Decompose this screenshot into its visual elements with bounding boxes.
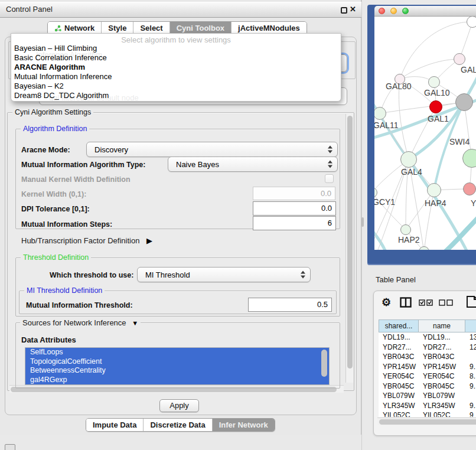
tab-network-label: Network: [64, 24, 94, 32]
dropdown-item-aracne[interactable]: ARACNE Algorithm: [11, 63, 341, 72]
node-label-gal80: GAL80: [386, 81, 412, 91]
table-horizontal-scrollbar[interactable]: [377, 418, 476, 425]
table-row[interactable]: YLR345WYLR345W9.: [379, 401, 476, 411]
close-traffic-light[interactable]: [379, 8, 385, 14]
cell: YPR145W: [379, 362, 419, 372]
data-attributes-list: SelfLoops TopologicalCoefficient Between…: [25, 347, 330, 385]
tab-impute-data[interactable]: Impute Data: [86, 419, 143, 431]
network-node-hap4[interactable]: [427, 183, 441, 197]
tab-discretize-data[interactable]: Discretize Data: [143, 419, 211, 431]
network-node-gal4[interactable]: [400, 151, 417, 168]
mi-threshold-field[interactable]: 0.5: [248, 298, 332, 312]
dropdown-item-basic-correlation[interactable]: Basic Correlation Inference: [11, 53, 341, 63]
cell: YBR043C: [379, 352, 419, 362]
aracne-mode-combo[interactable]: Discovery: [86, 142, 338, 157]
column-header-shared-name[interactable]: shared...: [379, 319, 419, 332]
dropdown-item-dream8[interactable]: Dream8 DC_TDC Algorithm: [11, 91, 341, 100]
table-row[interactable]: YBR045CYBR045C9.: [379, 381, 476, 392]
list-item-gal4rgexp[interactable]: gal4RGexp: [25, 376, 329, 385]
cell: YBR045C: [419, 381, 465, 392]
split-columns-icon[interactable]: [400, 297, 412, 308]
network-canvas[interactable]: GAL GAL80 GAL10 GAL1 GAL11 SWI4 GAL4 GCY…: [374, 17, 476, 250]
table-header: shared... name: [379, 319, 476, 332]
table-body: YDL19...YDL19...13 YDR27...YDR27...12 YB…: [379, 332, 476, 417]
cell: 9: [465, 410, 476, 417]
table-row[interactable]: YBL079WYBL079W: [379, 391, 476, 401]
settings-vscroll-thumb[interactable]: [347, 116, 353, 369]
tab-infer-network[interactable]: Infer Network: [212, 419, 275, 431]
mi-type-combo[interactable]: Naive Bayes: [168, 156, 338, 172]
minimize-traffic-light[interactable]: [390, 8, 397, 14]
network-node-salmon[interactable]: [463, 182, 476, 195]
gear-icon[interactable]: ⚙: [382, 296, 391, 309]
hub-expander[interactable]: Hub/Transcription Factor Definition ▶: [21, 236, 152, 245]
node-label-gal11: GAL11: [374, 120, 399, 130]
mi-steps-field[interactable]: 6: [253, 216, 336, 230]
tab-select-label: Select: [140, 24, 162, 32]
manual-kernel-label: Manual Kernel Width Definition: [21, 175, 131, 184]
detached-panel-icon[interactable]: [5, 444, 15, 450]
algorithm-definition-label: Algorithm Definition: [21, 125, 89, 133]
apply-button[interactable]: Apply: [159, 399, 199, 412]
cell: YER054C: [419, 371, 465, 381]
node-label-y: Y: [471, 198, 476, 208]
tab-jactivemnodules[interactable]: jActiveMNodules: [231, 22, 307, 34]
new-table-icon[interactable]: [466, 295, 476, 308]
cell: 9.: [465, 381, 476, 392]
screen: Control Panel ✕ Network Style Select Cyn…: [0, 0, 476, 450]
cell: 9.: [465, 362, 476, 372]
network-node[interactable]: [467, 17, 476, 28]
dropdown-item-mutual-information[interactable]: Mutual Information Inference: [11, 72, 341, 81]
table-hscroll-thumb[interactable]: [379, 419, 476, 425]
tab-style-label: Style: [108, 24, 126, 32]
aracne-mode-label: Aracne Mode:: [21, 146, 70, 154]
hub-expander-label: Hub/Transcription Factor Definition: [21, 236, 139, 245]
cell: YBR045C: [379, 381, 419, 392]
zoom-traffic-light[interactable]: [402, 8, 409, 14]
table-row[interactable]: YDR27...YDR27...12: [379, 343, 476, 353]
tab-network[interactable]: Network: [48, 22, 101, 34]
dropdown-item-bayesian-hill-climbing[interactable]: Bayesian – Hill Climbing: [11, 44, 341, 53]
network-window-titlebar: [374, 6, 476, 17]
node-label-gal: GAL: [461, 65, 476, 74]
network-node-gal10[interactable]: [428, 76, 440, 88]
table-row[interactable]: YDL19...YDL19...13: [379, 332, 476, 343]
cell: [465, 391, 476, 401]
cell: YER054C: [379, 371, 419, 381]
tab-cyni-toolbox[interactable]: Cyni Toolbox: [169, 22, 231, 34]
which-threshold-combo[interactable]: MI Threshold: [137, 267, 311, 282]
tab-style[interactable]: Style: [101, 22, 133, 34]
aracne-mode-value: Discovery: [94, 145, 128, 154]
list-item-topologicalcoefficient[interactable]: TopologicalCoefficient: [25, 357, 329, 367]
list-item-selfloops[interactable]: SelfLoops: [25, 348, 329, 357]
cell: YIL052C: [379, 410, 419, 417]
network-edges: [374, 17, 476, 250]
table-row[interactable]: YPR145WYPR145W9.: [379, 362, 476, 372]
column-header-cut[interactable]: [465, 319, 476, 332]
combo-arrows-icon: [328, 146, 332, 154]
panel-divider-handle[interactable]: [361, 217, 364, 227]
settings-vertical-scrollbar[interactable]: [345, 114, 353, 383]
chevron-down-icon: ▼: [132, 319, 138, 327]
combo-arrows-icon: [301, 271, 305, 279]
network-node-hap2[interactable]: [400, 224, 411, 235]
table-row[interactable]: YBR043CYBR043C: [379, 352, 476, 362]
network-node-gray[interactable]: [455, 93, 473, 111]
list-item-betweennesscentrality[interactable]: BetweennessCentrality: [25, 366, 329, 376]
table-row[interactable]: YER054CYER054C8.: [379, 371, 476, 381]
list-vscroll-thumb[interactable]: [321, 350, 327, 377]
close-icon[interactable]: ✕: [350, 5, 356, 14]
control-panel-window: Control Panel ✕ Network Style Select Cyn…: [0, 0, 361, 435]
network-node-gal1-selected[interactable]: [429, 100, 442, 113]
dropdown-item-bayesian-k2[interactable]: Bayesian – K2: [11, 81, 341, 91]
deselect-all-columns-icon[interactable]: [439, 299, 453, 306]
node-label-gal10: GAL10: [424, 88, 450, 97]
network-node-gal[interactable]: [454, 53, 465, 65]
sources-expander[interactable]: Sources for Network Inference ▼: [20, 318, 141, 327]
column-header-name[interactable]: name: [419, 319, 465, 332]
dpi-tolerance-field[interactable]: 0.0: [253, 201, 336, 216]
select-all-columns-icon[interactable]: [419, 299, 433, 306]
tab-select[interactable]: Select: [133, 22, 169, 34]
float-window-icon[interactable]: [341, 7, 347, 14]
table-row[interactable]: YIL052CYIL052C9: [379, 410, 476, 417]
